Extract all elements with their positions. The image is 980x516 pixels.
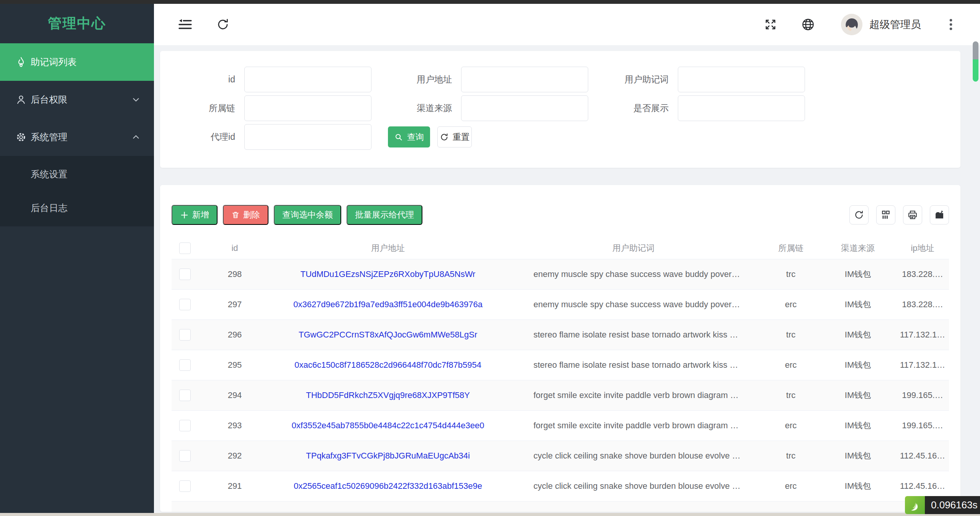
row-checkbox[interactable] [179,269,191,280]
user-address-link[interactable]: 0x3627d9e672b1f9a7ed9a3ff51e004de9b46397… [293,300,483,309]
col-header-user-address: 用户地址 [271,242,505,254]
channel-input[interactable] [461,95,588,121]
cell-channel: IM钱包 [820,329,896,341]
flame-icon [15,56,27,68]
table-row: 297 0x3627d9e672b1f9a7ed9a3ff51e004de9b4… [172,290,949,320]
gear-icon [15,131,27,143]
sidebar-item-mnemonic-list[interactable]: 助记词列表 [0,43,154,81]
window-bottom-edge [0,513,980,516]
sidebar-item-system-settings[interactable]: 系统设置 [0,157,154,191]
table-row: 291 0x2565ceaf1c50269096b2422f332d163abf… [172,471,949,501]
table-header-row: id 用户地址 用户助记词 所属链 渠道来源 ip地址 [172,238,949,259]
table-row: 296 TGwGC2PCCrnST8xAfQJocGw6mMWe58LgSr s… [172,320,949,350]
row-checkbox[interactable] [179,420,191,431]
cell-ip: 183.228.… [896,269,949,279]
user-address-link[interactable]: TUdMDu1GEzsNSjZEPz6RXobyTpU8A5NsWr [301,269,476,279]
cell-id: 298 [198,269,271,279]
table-refresh-button[interactable] [849,205,869,224]
debug-time-value: 0.096163s [925,496,980,514]
select-all-checkbox[interactable] [179,242,191,254]
export-icon [934,210,945,220]
agent-id-input[interactable] [244,124,371,150]
refresh-page-icon[interactable] [214,16,231,33]
cell-mnemonic: stereo flame isolate resist base tornado… [505,330,762,340]
sidebar-item-system-management[interactable]: 系统管理 [0,118,154,156]
user-address-link[interactable]: 0xf3552e45ab7855b0e4484c22c1c4754d444e3e… [292,421,484,430]
row-checkbox[interactable] [179,329,191,341]
field-label-user-mnemonic: 用户助记词 [592,74,669,85]
search-icon [394,133,403,142]
system-management-submenu: 系统设置 后台日志 [0,156,154,226]
user-address-link[interactable]: 0x2565ceaf1c50269096b2422f332d163abf153e… [294,481,482,491]
user-address-link[interactable]: 0xac6c150c8f7186528c2d966448f70dc7f87b59… [294,360,481,370]
table-toolbar: 新增 删除 查询选中余额 批量展示给代理 [172,205,949,225]
printer-icon [907,210,918,220]
thinkphp-leaf-icon[interactable] [905,496,925,514]
reset-refresh-icon [440,133,449,142]
user-address-link[interactable]: THbDD5FdRkchZ5XVgjq9re68XJXP9Tf58Y [306,390,470,400]
cell-id: 291 [198,481,271,491]
cell-ip: 199.165.… [896,390,949,400]
cell-chain: trc [762,330,820,340]
cell-mnemonic: forget smile excite invite paddle verb b… [505,421,762,431]
user-address-link[interactable]: TPqkafxg3FTvCGkPj8bJGRuMaEUgcAb34i [306,451,470,460]
admin-screen: 管理中心 助记词列表 后台权限 [0,0,980,516]
current-user-name[interactable]: 超级管理员 [869,18,921,31]
more-menu-dots-icon[interactable] [946,18,956,31]
delete-button[interactable]: 删除 [223,205,268,225]
table-row: 294 THbDD5FdRkchZ5XVgjq9re68XJXP9Tf58Y f… [172,380,949,411]
row-checkbox[interactable] [179,480,191,492]
plus-icon [180,211,189,220]
cell-ip: 112.45.16… [896,481,949,491]
window-top-edge [0,0,980,4]
row-checkbox[interactable] [179,299,191,310]
show-flag-input[interactable] [678,95,805,121]
user-mnemonic-input[interactable] [678,67,805,92]
language-globe-icon[interactable] [800,17,816,32]
column-settings-button[interactable] [876,205,895,224]
print-button[interactable] [903,205,922,224]
reset-button[interactable]: 重置 [437,126,472,147]
row-checkbox[interactable] [179,450,191,462]
query-button[interactable]: 查询 [388,126,430,147]
sidebar-item-admin-permission[interactable]: 后台权限 [0,81,154,118]
table-row: 292 TPqkafxg3FTvCGkPj8bJGRuMaEUgcAb34i c… [172,441,949,471]
query-selected-balance-button[interactable]: 查询选中余额 [274,205,341,225]
table-row: 295 0xac6c150c8f7186528c2d966448f70dc7f8… [172,350,949,380]
debug-time-badge: 0.096163s [905,496,980,514]
row-checkbox[interactable] [179,359,191,371]
cell-ip: 183.228.… [896,300,949,310]
user-address-input[interactable] [461,67,588,92]
col-header-ip: ip地址 [896,242,949,254]
cell-mnemonic: cycle click ceiling snake shove burden b… [505,481,762,491]
id-input[interactable] [244,67,371,92]
search-form-card: id 用户地址 用户助记词 所属链 渠道来源 是否展示 [160,51,960,168]
refresh-icon [854,210,864,220]
row-checkbox[interactable] [179,390,191,401]
sidebar-item-label: 后台权限 [31,93,131,106]
cell-ip: 112.45.16… [896,451,949,461]
field-label-show-flag: 是否展示 [592,102,669,114]
export-button[interactable] [930,205,949,224]
cell-ip: 199.165.… [896,421,949,431]
cell-chain: erc [762,360,820,370]
field-label-id: id [172,74,235,85]
chain-input[interactable] [244,95,371,121]
cell-channel: IM钱包 [820,390,896,401]
sidebar-item-admin-logs[interactable]: 后台日志 [0,191,154,225]
field-label-chain: 所属链 [172,102,235,114]
mnemonic-table-card: 新增 删除 查询选中余额 批量展示给代理 [160,185,960,512]
avatar[interactable] [841,14,862,35]
cell-id: 293 [198,421,271,431]
content-area: id 用户地址 用户助记词 所属链 渠道来源 是否展示 [154,45,980,513]
collapse-sidebar-icon[interactable] [177,16,194,33]
columns-icon [880,210,891,220]
user-address-link[interactable]: TGwGC2PCCrnST8xAfQJocGw6mMWe58LgSr [299,330,478,339]
cell-chain: erc [762,300,820,310]
cell-mnemonic: forget smile excite invite paddle verb b… [505,390,762,400]
cell-channel: IM钱包 [820,299,896,310]
page-scrollbar-thumb[interactable] [973,41,978,82]
batch-show-to-agent-button[interactable]: 批量展示给代理 [347,205,422,225]
fullscreen-icon[interactable] [763,18,778,31]
add-button[interactable]: 新增 [172,205,218,225]
